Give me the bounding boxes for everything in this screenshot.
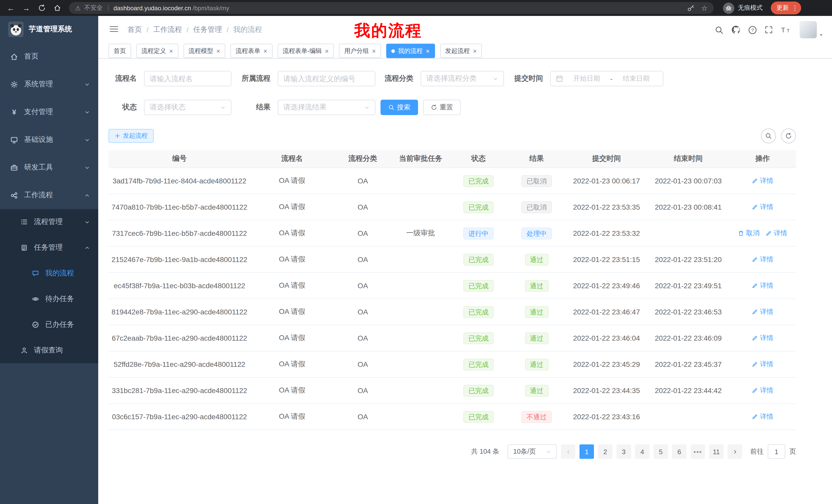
status-badge: 已完成 [463, 306, 494, 318]
hamburger-icon[interactable] [109, 25, 118, 35]
cell-result: 通过 [508, 246, 566, 273]
search-button[interactable]: 搜索 [381, 100, 418, 115]
browser-home-icon[interactable] [50, 1, 64, 15]
close-icon[interactable]: × [325, 48, 329, 54]
key-icon[interactable] [687, 4, 695, 12]
browser-forward-icon[interactable]: → [20, 1, 33, 15]
address-bar[interactable]: ⚠ 不安全 dashboard.yudao.iocoder.cn /bpm/ta… [69, 2, 714, 14]
cell-status: 已完成 [449, 194, 508, 220]
result-badge: 不通过 [521, 411, 552, 423]
tab-home[interactable]: 首页 [108, 44, 131, 58]
result-badge: 通过 [525, 332, 548, 344]
process-definition-input[interactable] [283, 75, 370, 83]
browser-back-icon[interactable]: ← [4, 1, 18, 15]
detail-link[interactable]: 详情 [752, 255, 773, 264]
sidebar-item-system[interactable]: 系统管理 [0, 71, 98, 98]
tab-my-process[interactable]: 我的流程× [386, 44, 435, 58]
breadcrumb-task-mgmt[interactable]: 任务管理 [193, 25, 222, 34]
detail-link[interactable]: 详情 [752, 281, 773, 290]
close-icon[interactable]: × [473, 48, 477, 54]
breadcrumb-workflow[interactable]: 工作流程 [153, 25, 182, 34]
submit-time-range-picker[interactable]: 开始日期 - 结束日期 [550, 71, 663, 86]
cell-actions: 详情 [729, 168, 796, 194]
page-button-2[interactable]: 2 [598, 444, 613, 459]
refresh-table-button[interactable] [781, 129, 796, 143]
sidebar-item-home[interactable]: 首页 [0, 43, 98, 71]
detail-link[interactable]: 详情 [766, 229, 787, 238]
end-date-placeholder[interactable]: 结束日期 [615, 74, 658, 83]
detail-link[interactable]: 详情 [752, 360, 773, 369]
browser-update-button[interactable]: 更新 ⋮ [771, 2, 801, 15]
sidebar-item-dev-tools[interactable]: 研发工具 [0, 153, 98, 181]
security-label[interactable]: 不安全 [84, 4, 103, 12]
help-icon[interactable]: ? [748, 25, 757, 34]
github-icon[interactable] [731, 25, 740, 34]
sidebar-item-done-tasks[interactable]: 已办任务 [0, 312, 98, 338]
pencil-icon [752, 204, 758, 210]
prev-page-button[interactable] [561, 444, 575, 459]
user-avatar[interactable] [800, 21, 824, 38]
toggle-search-button[interactable] [761, 129, 776, 143]
tab-process-form-edit[interactable]: 流程表单-编辑× [278, 44, 334, 58]
sidebar-item-payment[interactable]: ¥ 支付管理 [0, 98, 98, 126]
goto-page-input[interactable] [768, 444, 785, 459]
tab-user-group[interactable]: 用户分组× [339, 44, 381, 58]
page-button-11[interactable]: 11 [709, 444, 724, 459]
trash-icon [738, 230, 744, 236]
fullscreen-icon[interactable] [765, 26, 773, 34]
detail-link[interactable]: 详情 [752, 307, 773, 316]
page-button-4[interactable]: 4 [635, 444, 649, 459]
font-size-icon[interactable]: TT [781, 26, 792, 34]
cell-task-link[interactable]: 一级审批 [392, 220, 449, 246]
status-select[interactable]: 请选择状态 [144, 100, 231, 115]
next-page-button[interactable] [728, 444, 742, 459]
sidebar-item-leave-query[interactable]: 请假查询 [0, 338, 98, 363]
detail-link[interactable]: 详情 [752, 386, 773, 395]
breadcrumb-home[interactable]: 首页 [128, 25, 142, 34]
bookmark-star-icon[interactable]: ☆ [701, 4, 707, 12]
start-process-button[interactable]: 发起流程 [108, 129, 154, 143]
close-icon[interactable]: × [169, 48, 173, 54]
page-button-3[interactable]: 3 [617, 444, 631, 459]
col-submit-time: 提交时间 [566, 150, 647, 168]
sidebar-item-my-process[interactable]: 我的流程 [0, 260, 98, 286]
detail-link[interactable]: 详情 [752, 202, 773, 212]
sidebar-item-infra[interactable]: 基础设施 [0, 126, 98, 153]
search-icon[interactable] [715, 25, 724, 34]
cell-task [392, 325, 449, 351]
close-icon[interactable]: × [263, 48, 267, 54]
close-icon[interactable]: × [216, 48, 220, 54]
pencil-icon [752, 387, 758, 394]
process-name-input[interactable] [150, 75, 226, 83]
sidebar-item-todo-tasks[interactable]: 待办任务 [0, 286, 98, 312]
status-badge: 已完成 [463, 411, 494, 423]
tab-start-process[interactable]: 发起流程× [440, 44, 482, 58]
category-select[interactable]: 请选择流程分类 [421, 71, 504, 86]
close-icon[interactable]: × [426, 48, 430, 54]
browser-menu-kebab-icon[interactable]: ⋮ [791, 4, 799, 12]
more-pages-button[interactable]: ••• [691, 444, 705, 459]
tab-process-form[interactable]: 流程表单× [230, 44, 272, 58]
page-button-6[interactable]: 6 [672, 444, 686, 459]
result-badge: 通过 [525, 306, 548, 318]
browser-refresh-icon[interactable] [35, 1, 48, 15]
sidebar-item-task-mgmt[interactable]: 任务管理 [0, 235, 98, 260]
page-button-5[interactable]: 5 [654, 444, 668, 459]
sidebar-logo[interactable]: 芋道管理系统 [0, 16, 98, 43]
detail-link[interactable]: 详情 [752, 333, 773, 343]
cell-end-time [647, 403, 729, 430]
sidebar-item-workflow[interactable]: 工作流程 [0, 181, 98, 209]
sidebar-item-process-mgmt[interactable]: 流程管理 [0, 209, 98, 235]
result-select[interactable]: 请选择流结果 [278, 100, 375, 115]
cell-task [392, 377, 449, 403]
detail-link[interactable]: 详情 [752, 412, 773, 421]
start-date-placeholder[interactable]: 开始日期 [565, 74, 608, 83]
close-icon[interactable]: × [372, 48, 376, 54]
tab-process-model[interactable]: 流程模型× [183, 44, 225, 58]
page-size-select[interactable]: 10条/页 [508, 444, 557, 459]
page-button-1[interactable]: 1 [579, 444, 594, 459]
cancel-link[interactable]: 取消 [738, 229, 759, 238]
tab-process-definition[interactable]: 流程定义× [136, 44, 178, 58]
detail-link[interactable]: 详情 [752, 176, 773, 186]
reset-button[interactable]: 重置 [423, 100, 461, 115]
